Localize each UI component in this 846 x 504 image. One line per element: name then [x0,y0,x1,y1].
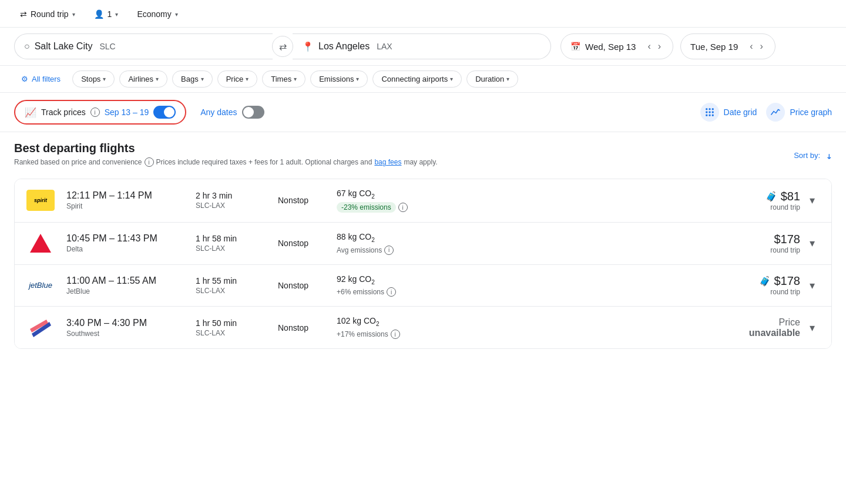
flight-duration-spirit: 2 hr 3 min SLC-LAX [196,191,266,210]
spirit-emissions-info[interactable]: i [398,203,408,212]
top-bar: ⇄ Round trip ▾ 👤 1 ▾ Economy ▾ [0,0,846,28]
svg-rect-5 [711,112,713,113]
jetblue-emissions: 92 kg CO2 +6% emissions i [337,274,442,297]
title-row: Best departing flights Ranked based on p… [14,142,832,169]
jetblue-emissions-info[interactable]: i [387,287,396,297]
svg-rect-8 [711,115,713,116]
date-grid-icon [700,103,719,122]
spirit-route: SLC-LAX [196,201,266,210]
destination-icon: 📍 [302,41,314,52]
southwest-route: SLC-LAX [196,329,266,337]
sort-by-button[interactable]: Sort by: [794,151,832,160]
track-prices-info-icon[interactable]: i [90,107,100,117]
duration-label: Duration [475,75,504,83]
track-prices-toggle[interactable] [153,106,176,119]
jetblue-expand-button[interactable]: ▾ [805,277,820,294]
bag-fees-link[interactable]: bag fees [374,158,401,166]
delta-emissions-info[interactable]: i [384,246,394,255]
flight-times-southwest: 3:40 PM – 4:30 PM Southwest [66,318,184,338]
airlines-filter-button[interactable]: Airlines ▾ [119,70,167,88]
spirit-price: 🧳 $81 round trip [730,190,800,211]
any-dates-label[interactable]: Any dates [200,107,237,117]
delta-expand-button[interactable]: ▾ [805,234,820,252]
jetblue-emissions-note: +6% emissions i [337,287,442,297]
duration-filter-button[interactable]: Duration ▾ [466,70,518,88]
trip-type-label: Round trip [31,9,69,19]
return-next-button[interactable]: › [758,40,766,53]
all-filters-label: All filters [32,75,61,83]
southwest-emissions-info[interactable]: i [391,330,400,339]
spirit-price-row: 🧳 $81 [730,190,800,203]
airlines-chevron: ▾ [156,76,159,82]
origin-field[interactable]: ○ Salt Lake City SLC [14,33,273,59]
return-prev-button[interactable]: ‹ [747,40,755,53]
southwest-emissions-note: +17% emissions i [337,330,442,339]
airline-logo-jetblue: jetBlue [26,275,55,296]
stops-filter-button[interactable]: Stops ▾ [72,70,115,88]
times-filter-button[interactable]: Times ▾ [262,70,306,88]
round-trip-icon: ⇄ [20,9,27,19]
subtitle-info-icon[interactable]: i [145,157,154,167]
connecting-airports-filter-button[interactable]: Connecting airports ▾ [372,70,462,88]
bags-filter-button[interactable]: Bags ▾ [172,70,213,88]
svg-rect-1 [709,108,710,110]
any-dates-section: Any dates [200,106,264,119]
flight-row[interactable]: 3:40 PM – 4:30 PM Southwest 1 hr 50 min … [15,307,831,348]
times-label: Times [271,75,291,83]
southwest-expand-button[interactable]: ▾ [805,319,820,337]
delta-price-amount: $178 [730,233,800,246]
jetblue-emissions-amount: 92 kg CO2 [337,274,442,285]
southwest-emissions: 102 kg CO2 +17% emissions i [337,316,442,339]
origin-code: SLC [99,42,115,51]
spirit-stops: Nonstop [278,196,325,205]
trip-type-button[interactable]: ⇄ Round trip ▾ [14,6,81,22]
svg-rect-3 [706,112,707,113]
flight-row[interactable]: jetBlue 11:00 AM – 11:55 AM JetBlue 1 hr… [15,265,831,307]
svg-rect-0 [706,108,707,110]
delta-emissions-amount: 88 kg CO2 [337,232,442,243]
track-prices-icon: 📈 [25,107,36,118]
cabin-class-button[interactable]: Economy ▾ [131,6,183,22]
svg-rect-2 [711,108,713,110]
duration-chevron: ▾ [506,76,509,82]
track-prices-box[interactable]: 📈 Track prices i Sep 13 – 19 [14,100,186,125]
date-grid-label: Date grid [724,107,757,117]
price-filter-button[interactable]: Price ▾ [217,70,258,88]
spirit-price-amount: $81 [781,190,800,203]
emissions-filter-button[interactable]: Emissions ▾ [310,70,368,88]
cabin-class-label: Economy [137,9,171,19]
depart-date-field[interactable]: 📅 Wed, Sep 13 ‹ › [560,33,673,59]
airlines-label: Airlines [128,75,153,83]
spirit-logo-text: spirit [34,197,47,203]
depart-next-button[interactable]: › [656,40,663,53]
passengers-button[interactable]: 👤 1 ▾ [88,6,125,22]
swap-button[interactable]: ⇄ [272,36,293,57]
jetblue-route: SLC-LAX [196,287,266,295]
price-graph-button[interactable]: Price graph [766,103,832,122]
cabin-class-chevron: ▾ [175,11,178,18]
delta-emissions: 88 kg CO2 Avg emissions i [337,232,442,255]
return-date-field[interactable]: Tue, Sep 19 ‹ › [680,33,776,59]
flight-times-delta: 10:45 PM – 11:43 PM Delta [66,233,184,253]
jetblue-price-row: 🧳 $178 [730,274,800,288]
all-filters-button[interactable]: ⚙ All filters [14,71,68,87]
spirit-airline-name: Spirit [66,202,184,210]
date-grid-button[interactable]: Date grid [700,103,757,122]
delta-time-range: 10:45 PM – 11:43 PM [66,233,184,244]
flight-row[interactable]: 10:45 PM – 11:43 PM Delta 1 hr 58 min SL… [15,223,831,265]
southwest-logo-icon [29,317,52,338]
flight-row[interactable]: spirit 12:11 PM – 1:14 PM Spirit 2 hr 3 … [15,179,831,223]
any-dates-toggle[interactable] [242,106,264,119]
spirit-expand-button[interactable]: ▾ [805,191,820,209]
southwest-price: Price unavailable [730,317,800,338]
southwest-airline-name: Southwest [66,330,184,338]
filter-sliders-icon: ⚙ [21,75,28,83]
destination-field[interactable]: 📍 Los Angeles LAX [293,33,551,59]
actions-bar: 📈 Track prices i Sep 13 – 19 Any dates D… [0,93,846,132]
spirit-duration: 2 hr 3 min [196,191,266,200]
depart-date-nav: ‹ › [645,40,663,53]
depart-prev-button[interactable]: ‹ [645,40,653,53]
destination-code: LAX [377,42,392,51]
price-label: Price [226,75,244,83]
flight-times-jetblue: 11:00 AM – 11:55 AM JetBlue [66,275,184,295]
